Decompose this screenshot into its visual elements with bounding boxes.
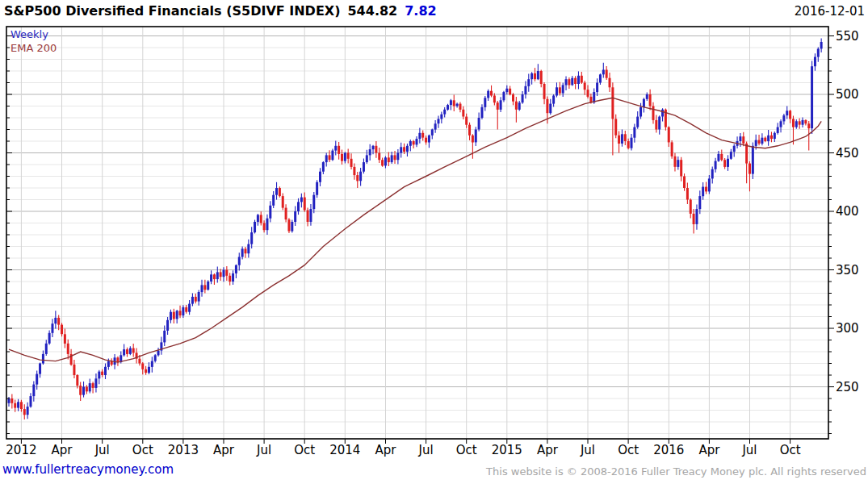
chart-window: S&P500 Diversified Financials (S5DIVF IN… — [0, 0, 868, 484]
svg-text:Jul: Jul — [418, 443, 434, 457]
svg-text:2012: 2012 — [6, 443, 36, 457]
site-link[interactable]: www.fullertreacymoney.com — [2, 462, 174, 477]
svg-text:450: 450 — [836, 146, 859, 161]
svg-text:2014: 2014 — [329, 443, 360, 457]
svg-text:Jul: Jul — [256, 443, 271, 457]
axis-ticks — [6, 36, 834, 444]
svg-text:250: 250 — [836, 380, 859, 394]
svg-text:Oct: Oct — [294, 443, 315, 457]
svg-text:2015: 2015 — [492, 443, 522, 457]
svg-text:Apr: Apr — [375, 443, 397, 457]
price-chart-svg[interactable]: 2503003504004505005502012AprJulOct2013Ap… — [0, 0, 868, 484]
svg-text:350: 350 — [836, 263, 859, 277]
svg-text:550: 550 — [836, 29, 859, 44]
copyright-text: This website is © 2008-2016 Fuller Treac… — [486, 465, 866, 478]
svg-text:Apr: Apr — [537, 443, 559, 457]
svg-text:Apr: Apr — [698, 443, 720, 457]
svg-text:400: 400 — [836, 204, 859, 219]
candles-layer — [8, 38, 823, 419]
svg-text:Oct: Oct — [618, 443, 639, 457]
axis-labels: 2503003504004505005502012AprJulOct2013Ap… — [6, 29, 858, 458]
price-chart[interactable]: 2503003504004505005502012AprJulOct2013Ap… — [0, 0, 868, 484]
svg-text:Oct: Oct — [132, 443, 153, 457]
svg-text:Apr: Apr — [213, 443, 235, 457]
svg-text:Jul: Jul — [580, 443, 595, 457]
svg-text:Jul: Jul — [94, 443, 110, 457]
svg-text:300: 300 — [836, 321, 859, 336]
ema-line — [9, 98, 821, 362]
svg-text:2013: 2013 — [168, 443, 199, 457]
legend-timeframe: Weekly — [10, 28, 48, 40]
svg-text:Apr: Apr — [52, 443, 73, 457]
legend-ema-200: EMA 200 — [10, 42, 57, 54]
svg-text:Jul: Jul — [741, 443, 757, 457]
svg-text:Oct: Oct — [456, 443, 477, 457]
svg-text:2016: 2016 — [653, 443, 684, 457]
svg-text:500: 500 — [836, 87, 859, 102]
svg-text:Oct: Oct — [780, 443, 801, 457]
